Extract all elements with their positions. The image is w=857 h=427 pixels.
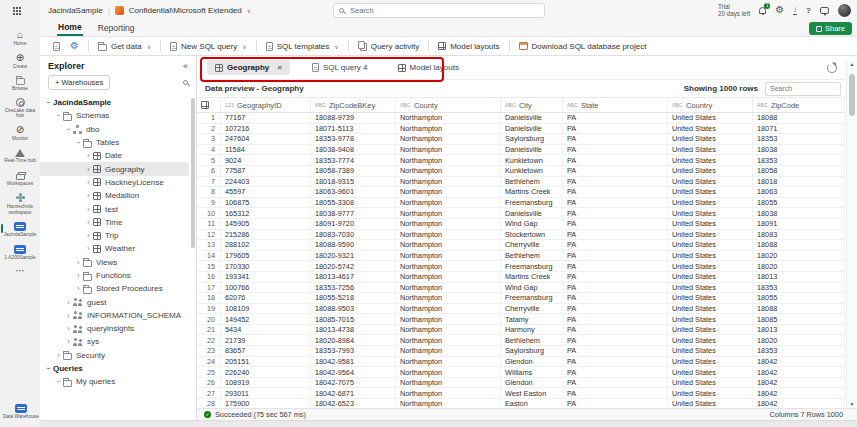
table-cell[interactable]: 18091-9720 xyxy=(311,219,396,230)
table-cell[interactable]: United States xyxy=(668,177,753,188)
table-cell[interactable]: PA xyxy=(563,293,668,304)
table-cell[interactable]: 179605 xyxy=(221,251,311,262)
rail-item-hanzechnile-workspace[interactable]: Hanzechnile workspace xyxy=(0,189,41,218)
table-cell[interactable]: Wind Gap xyxy=(501,283,563,294)
table-cell[interactable]: 18353-7256 xyxy=(311,283,396,294)
table-cell[interactable]: 293011 xyxy=(221,388,311,399)
table-cell[interactable]: 18020 xyxy=(753,251,845,262)
tree-item-hackneylicense[interactable]: ›HackneyLicense xyxy=(40,176,189,189)
column-header-row-index[interactable] xyxy=(197,98,221,112)
table-cell[interactable]: PA xyxy=(563,388,668,399)
add-warehouses-button[interactable]: + Warehouses xyxy=(48,75,110,90)
table-cell[interactable]: Northampton xyxy=(396,124,501,135)
table-cell[interactable]: PA xyxy=(563,134,668,145)
table-cell[interactable]: United States xyxy=(668,261,753,272)
table-cell[interactable]: United States xyxy=(668,134,753,145)
chevron-closed-icon[interactable]: › xyxy=(84,152,93,159)
row-number-cell[interactable]: 5 xyxy=(197,155,221,166)
table-cell[interactable]: 145905 xyxy=(221,219,311,230)
table-cell[interactable]: 18071-5113 xyxy=(311,124,396,135)
table-cell[interactable]: 18042-7075 xyxy=(311,378,396,389)
table-cell[interactable]: Northampton xyxy=(396,166,501,177)
help-button[interactable]: ? xyxy=(806,6,811,15)
table-cell[interactable]: 18353-9778 xyxy=(311,134,396,145)
table-cell[interactable]: Bethlehem xyxy=(501,177,563,188)
table-cell[interactable]: 21739 xyxy=(221,335,311,346)
table-cell[interactable]: 170330 xyxy=(221,261,311,272)
workspace-name[interactable]: JacindaSample xyxy=(48,6,103,15)
table-cell[interactable]: PA xyxy=(563,335,668,346)
table-cell[interactable]: PA xyxy=(563,261,668,272)
table-cell[interactable]: Northampton xyxy=(396,325,501,336)
chevron-open-icon[interactable]: › xyxy=(65,125,72,134)
table-cell[interactable]: 62076 xyxy=(221,293,311,304)
table-cell[interactable]: 18088-9739 xyxy=(311,113,396,124)
table-cell[interactable]: PA xyxy=(563,145,668,156)
table-cell[interactable]: United States xyxy=(668,304,753,315)
table-cell[interactable]: United States xyxy=(668,378,753,389)
table-cell[interactable]: Bethlehem xyxy=(501,251,563,262)
table-cell[interactable]: 18042 xyxy=(753,378,845,389)
table-cell[interactable]: United States xyxy=(668,230,753,241)
column-header-county[interactable]: ABCCounty xyxy=(396,98,501,112)
table-cell[interactable]: PA xyxy=(563,240,668,251)
row-number-cell[interactable]: 19 xyxy=(197,304,221,315)
table-cell[interactable]: Northampton xyxy=(396,113,501,124)
table-cell[interactable]: 18013 xyxy=(753,325,845,336)
table-cell[interactable]: United States xyxy=(668,155,753,166)
table-cell[interactable]: PA xyxy=(563,325,668,336)
table-cell[interactable]: Northampton xyxy=(396,388,501,399)
table-cell[interactable]: Martins Creek xyxy=(501,187,563,198)
table-cell[interactable]: 18063 xyxy=(753,187,845,198)
table-cell[interactable]: 18020-9321 xyxy=(311,251,396,262)
row-number-cell[interactable]: 16 xyxy=(197,272,221,283)
table-cell[interactable]: Northampton xyxy=(396,187,501,198)
table-cell[interactable]: Northampton xyxy=(396,134,501,145)
table-cell[interactable]: United States xyxy=(668,187,753,198)
table-cell[interactable]: 247604 xyxy=(221,134,311,145)
table-cell[interactable]: West Easton xyxy=(501,388,563,399)
table-cell[interactable]: Freemansburg xyxy=(501,261,563,272)
row-number-cell[interactable]: 4 xyxy=(197,145,221,156)
table-cell[interactable]: 18088-9503 xyxy=(311,304,396,315)
rail-item-real-time-hub[interactable]: Real-Time hub xyxy=(0,144,41,167)
row-number-cell[interactable]: 11 xyxy=(197,219,221,230)
feedback-button[interactable] xyxy=(820,7,829,14)
tree-item-geography[interactable]: ›Geography xyxy=(40,162,189,175)
table-cell[interactable]: PA xyxy=(563,124,668,135)
table-cell[interactable]: 18353 xyxy=(753,155,845,166)
table-cell[interactable]: 18088 xyxy=(753,304,845,315)
table-cell[interactable]: Freemansburg xyxy=(501,293,563,304)
column-header-zipcode[interactable]: ABCZipCode xyxy=(753,98,845,112)
table-cell[interactable]: 18055 xyxy=(753,198,845,209)
table-cell[interactable]: Northampton xyxy=(396,357,501,368)
table-cell[interactable]: Northampton xyxy=(396,335,501,346)
table-cell[interactable]: Northampton xyxy=(396,219,501,230)
table-cell[interactable]: PA xyxy=(563,155,668,166)
table-cell[interactable]: 77167 xyxy=(221,113,311,124)
tab-home[interactable]: Home xyxy=(57,20,83,36)
table-cell[interactable]: 18085 xyxy=(753,314,845,325)
table-cell[interactable]: PA xyxy=(563,219,668,230)
scrollbar-up-icon[interactable]: ▲ xyxy=(847,60,857,68)
tree-item-test[interactable]: ›test xyxy=(40,202,189,215)
table-cell[interactable]: PA xyxy=(563,399,668,408)
app-launcher-button[interactable] xyxy=(11,5,29,21)
chevron-open-icon[interactable]: › xyxy=(45,98,52,107)
table-cell[interactable]: 18042 xyxy=(753,388,845,399)
table-cell[interactable]: PA xyxy=(563,283,668,294)
table-cell[interactable]: United States xyxy=(668,145,753,156)
chevron-open-icon[interactable]: › xyxy=(45,364,52,373)
table-cell[interactable]: 18353-7993 xyxy=(311,346,396,357)
table-cell[interactable]: PA xyxy=(563,367,668,378)
chevron-closed-icon[interactable]: › xyxy=(74,285,83,292)
table-cell[interactable]: 18058-7389 xyxy=(311,166,396,177)
table-cell[interactable]: Northampton xyxy=(396,230,501,241)
tree-item-medallion[interactable]: ›Medallion xyxy=(40,189,189,202)
scrollbar-down-icon[interactable]: ▼ xyxy=(847,400,857,408)
table-cell[interactable]: Martins Creek xyxy=(501,272,563,283)
rail-item-monitor[interactable]: ⊘Monitor xyxy=(0,122,41,145)
table-cell[interactable]: PA xyxy=(563,198,668,209)
table-cell[interactable]: United States xyxy=(668,198,753,209)
table-cell[interactable]: PA xyxy=(563,187,668,198)
